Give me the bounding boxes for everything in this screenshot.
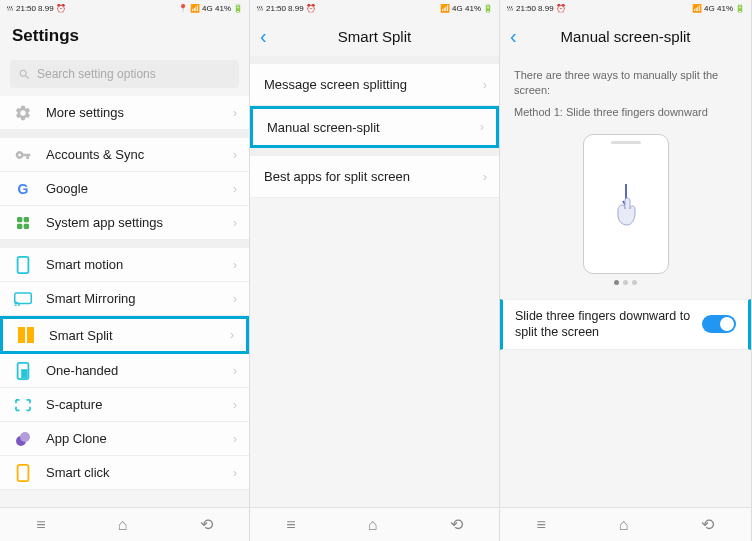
alarm-icon: ⏰ <box>56 4 66 13</box>
nav-recent-icon[interactable]: ≡ <box>36 516 45 534</box>
label: S-capture <box>46 397 233 412</box>
item-smart-split[interactable]: Smart Split › <box>0 316 249 354</box>
phone-icon <box>14 256 32 274</box>
chevron-right-icon: › <box>480 120 484 134</box>
cast-icon <box>14 290 32 308</box>
split-icon <box>17 326 35 344</box>
status-right: 4G 41% <box>452 4 481 13</box>
item-smart-mirroring[interactable]: Smart Mirroring › <box>0 282 249 316</box>
page-title: Manual screen-split <box>560 28 690 45</box>
tutorial-illustration <box>583 134 669 274</box>
page-indicator <box>500 280 751 285</box>
item-one-handed[interactable]: One-handed › <box>0 354 249 388</box>
nav-back-icon[interactable]: ⟲ <box>200 515 213 534</box>
item-accounts-sync[interactable]: Accounts & Sync › <box>0 138 249 172</box>
nav-recent-icon[interactable]: ≡ <box>536 516 545 534</box>
settings-list: More settings › Accounts & Sync › G Goog… <box>0 96 249 507</box>
status-bar: ᯾ 21:50 8.99 ⏰ 📍 📶 4G 41% 🔋 <box>0 0 249 16</box>
svg-rect-12 <box>18 464 29 480</box>
status-bar: ᯾ 21:50 8.99 ⏰ 📶 4G 41% 🔋 <box>500 0 751 16</box>
svg-rect-6 <box>18 327 25 343</box>
toggle-label: Slide three fingers downward to split th… <box>515 308 702 341</box>
nav-home-icon[interactable]: ⌂ <box>368 516 378 534</box>
item-smart-click[interactable]: Smart click › <box>0 456 249 490</box>
nav-back-icon[interactable]: ⟲ <box>450 515 463 534</box>
alarm-icon: ⏰ <box>556 4 566 13</box>
chevron-right-icon: › <box>233 432 237 446</box>
back-button[interactable]: ‹ <box>510 25 517 48</box>
label: Smart click <box>46 465 233 480</box>
item-message-splitting[interactable]: Message screen splitting › <box>250 64 499 106</box>
alarm-icon: ⏰ <box>306 4 316 13</box>
label: Smart motion <box>46 257 233 272</box>
nav-home-icon[interactable]: ⌂ <box>619 516 629 534</box>
search-input[interactable]: Search setting options <box>10 60 239 88</box>
status-right: 4G 41% <box>704 4 733 13</box>
chevron-right-icon: › <box>233 364 237 378</box>
description-line2: Method 1: Slide three fingers downward <box>500 105 751 126</box>
signal-icon: ᯾ <box>506 4 514 13</box>
item-app-clone[interactable]: App Clone › <box>0 422 249 456</box>
label: One-handed <box>46 363 233 378</box>
label: Accounts & Sync <box>46 147 233 162</box>
chevron-right-icon: › <box>233 292 237 306</box>
svg-rect-3 <box>24 223 29 228</box>
status-time: 21:50 <box>516 4 536 13</box>
status-bar: ᯾ 21:50 8.99 ⏰ 📶 4G 41% 🔋 <box>250 0 499 16</box>
hand-swipe-icon <box>606 179 646 243</box>
nav-bar: ≡ ⌂ ⟲ <box>250 507 499 541</box>
svg-rect-9 <box>21 369 27 378</box>
label: Google <box>46 181 233 196</box>
network-icon: 📶 <box>190 4 200 13</box>
status-date: 8.99 <box>538 4 554 13</box>
item-smart-motion[interactable]: Smart motion › <box>0 248 249 282</box>
toggle-slide-fingers[interactable]: Slide three fingers downward to split th… <box>500 299 751 350</box>
chevron-right-icon: › <box>230 328 234 342</box>
search-placeholder: Search setting options <box>37 67 156 81</box>
search-icon <box>18 68 31 81</box>
battery-icon: 🔋 <box>483 4 493 13</box>
label: Smart Mirroring <box>46 291 233 306</box>
grid-icon <box>14 214 32 232</box>
item-s-capture[interactable]: S-capture › <box>0 388 249 422</box>
back-button[interactable]: ‹ <box>260 25 267 48</box>
chevron-right-icon: › <box>233 148 237 162</box>
item-more-settings[interactable]: More settings › <box>0 96 249 130</box>
screen-smart-split: ᯾ 21:50 8.99 ⏰ 📶 4G 41% 🔋 ‹ Smart Split … <box>250 0 500 541</box>
item-manual-split[interactable]: Manual screen-split › <box>250 106 499 148</box>
chevron-right-icon: › <box>483 170 487 184</box>
item-google[interactable]: G Google › <box>0 172 249 206</box>
label: System app settings <box>46 215 233 230</box>
status-right: 4G 41% <box>202 4 231 13</box>
status-time: 21:50 <box>16 4 36 13</box>
svg-rect-1 <box>24 217 29 222</box>
nav-back-icon[interactable]: ⟲ <box>701 515 714 534</box>
status-date: 8.99 <box>38 4 54 13</box>
google-icon: G <box>14 180 32 198</box>
signal-icon: ᯾ <box>256 4 264 13</box>
label: Best apps for split screen <box>264 169 483 184</box>
battery-icon: 🔋 <box>233 4 243 13</box>
click-icon <box>14 464 32 482</box>
label: Smart Split <box>49 328 230 343</box>
nav-home-icon[interactable]: ⌂ <box>118 516 128 534</box>
screen-settings: ᯾ 21:50 8.99 ⏰ 📍 📶 4G 41% 🔋 Settings Sea… <box>0 0 250 541</box>
label: Message screen splitting <box>264 77 483 92</box>
chevron-right-icon: › <box>233 106 237 120</box>
nav-recent-icon[interactable]: ≡ <box>286 516 295 534</box>
onehand-icon <box>14 362 32 380</box>
clone-icon <box>14 430 32 448</box>
svg-point-11 <box>20 432 30 442</box>
dot <box>623 280 628 285</box>
page-title: Settings <box>12 26 79 46</box>
battery-icon: 🔋 <box>735 4 745 13</box>
smartsplit-list: Message screen splitting › Manual screen… <box>250 56 499 507</box>
dot <box>614 280 619 285</box>
label: More settings <box>46 105 233 120</box>
toggle-switch[interactable] <box>702 315 736 333</box>
manualsplit-content: There are three ways to manually split t… <box>500 56 751 507</box>
item-system-app[interactable]: System app settings › <box>0 206 249 240</box>
item-best-apps[interactable]: Best apps for split screen › <box>250 156 499 198</box>
nav-bar: ≡ ⌂ ⟲ <box>500 507 751 541</box>
label: App Clone <box>46 431 233 446</box>
